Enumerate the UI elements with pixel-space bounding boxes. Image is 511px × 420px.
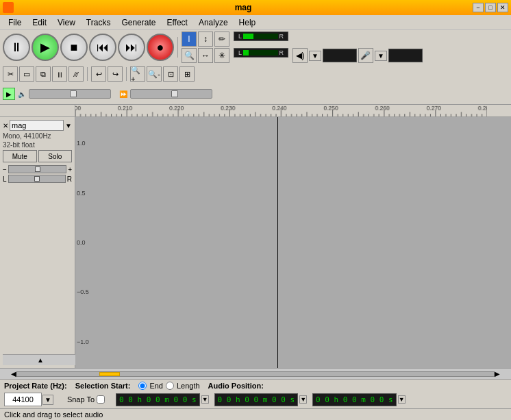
time-position-box: 0 0 h 0 0 m 0 0 s (312, 393, 397, 406)
menu-help[interactable]: Help (234, 16, 262, 29)
toolbar-separator-1 (177, 37, 178, 58)
time-end-value: 0 0 h 0 0 m 0 0 s (218, 395, 295, 404)
trim-button[interactable]: ✂ (3, 66, 18, 82)
track-panel: ✕ mag ▼ Mono, 44100Hz 32-bit float Mute … (0, 117, 75, 368)
timeshift-tool-button[interactable]: ↔ (198, 48, 213, 63)
window-controls: − □ ✕ (473, 3, 508, 12)
zoom-tool-button[interactable]: 🔍 (182, 48, 197, 63)
menu-generate[interactable]: Generate (116, 16, 161, 29)
end-radio[interactable] (138, 382, 147, 390)
maximize-button[interactable]: □ (485, 3, 496, 12)
silence-button[interactable]: ▭ (19, 66, 34, 82)
bottom-row-2: ▼ Snap To 0 0 h 0 0 m 0 0 s ▼ 0 0 h 0 0 … (4, 393, 507, 406)
redo-button[interactable]: ↪ (108, 66, 123, 82)
pan-slider[interactable] (8, 175, 66, 183)
length-radio[interactable] (166, 382, 174, 390)
selection-start-group: Selection Start: (75, 382, 131, 390)
edit-sep-2 (126, 67, 127, 81)
rate-input[interactable] (4, 393, 42, 406)
split-button[interactable]: ⫼ (52, 66, 67, 82)
menu-edit[interactable]: Edit (27, 16, 52, 29)
volume-dropdown[interactable]: ▼ (309, 51, 321, 61)
time-position-display: 0 0 h 0 0 m 0 0 s ▼ (312, 393, 406, 406)
end-label: End (149, 382, 163, 390)
transport-row: ⏸ ▶ ■ ⏮ ⏭ ● I ↕ ✏ L R (3, 32, 508, 63)
envelope-tool-button[interactable]: ↕ (198, 32, 213, 47)
volume-icon: ◀) (292, 48, 308, 63)
zoom-fit-button[interactable]: ⊡ (163, 66, 178, 82)
scroll-track[interactable] (16, 371, 495, 377)
bottom-bar: Project Rate (Hz): Selection Start: End … (0, 379, 511, 408)
join-button[interactable]: ⫻ (68, 66, 84, 82)
project-rate-group: Project Rate (Hz): (4, 382, 67, 390)
lr-meter-left-label: L (238, 33, 242, 40)
gain-right-display (388, 49, 423, 62)
time-selection-display: 0 0 h 0 0 m 0 0 s ▼ (116, 393, 209, 406)
draw-tool-button[interactable]: ✏ (214, 32, 229, 47)
menu-view[interactable]: View (52, 16, 81, 29)
rate-input-group: ▼ (4, 393, 53, 406)
audio-position-label: Audio Position: (208, 382, 264, 390)
time-selection-dropdown[interactable]: ▼ (201, 395, 209, 404)
snap-to-checkbox[interactable] (97, 395, 105, 404)
app-icon (3, 2, 14, 13)
track-dropdown-arrow[interactable]: ▼ (65, 122, 72, 129)
time-selection-box: 0 0 h 0 0 m 0 0 s (116, 393, 200, 406)
snap-to-label: Snap To (67, 395, 95, 404)
gain-minus-label: − (3, 166, 7, 173)
lr-meter-right2-label: R (279, 49, 284, 56)
ruler-spacer (0, 105, 75, 116)
mute-button[interactable]: Mute (3, 150, 37, 162)
horizontal-scrollbar[interactable]: ◀ ▶ (0, 368, 511, 379)
menu-tracks[interactable]: Tracks (81, 16, 116, 29)
gain-left-display (323, 49, 357, 62)
scroll-left-arrow[interactable]: ◀ (11, 370, 16, 378)
volume-slider[interactable] (29, 89, 111, 99)
forward-button[interactable]: ⏭ (118, 34, 145, 61)
waveform-canvas (75, 117, 511, 368)
scroll-right-arrow[interactable]: ▶ (495, 370, 500, 378)
audio-position-group: Audio Position: (208, 382, 264, 390)
minimize-button[interactable]: − (473, 3, 484, 12)
track-name-row: ✕ mag ▼ (3, 120, 72, 131)
edit-toolbar: ✂ ▭ ⧉ ⫼ ⫻ ↩ ↪ 🔍+ 🔍- ⊡ ⊞ (3, 64, 508, 84)
record-button[interactable]: ● (147, 34, 174, 61)
track-info-bitdepth: 32-bit float (3, 141, 72, 149)
menu-analyze[interactable]: Analyze (193, 16, 234, 29)
track-close-button[interactable]: ✕ (3, 122, 8, 129)
pause-button[interactable]: ⏸ (3, 34, 30, 61)
track-gain-row: − + (3, 165, 72, 173)
bottom-row-1: Project Rate (Hz): Selection Start: End … (4, 382, 507, 390)
select-tool-button[interactable]: I (182, 32, 197, 47)
stop-button[interactable]: ■ (60, 34, 88, 61)
speed-slider[interactable] (130, 89, 212, 99)
status-bar: Click and drag to select audio (0, 408, 511, 420)
zoom-sel-button[interactable]: ⊞ (179, 66, 195, 82)
multi-tool-button[interactable]: ✳ (214, 48, 229, 63)
end-length-group: End Length (138, 382, 199, 390)
menu-file[interactable]: File (3, 16, 27, 29)
volume-speed-row: ▶ 🔈 ⏩ (3, 85, 508, 103)
lr-meter-right-label: R (279, 33, 284, 40)
mute-solo-row: Mute Solo (3, 150, 72, 162)
scroll-thumb[interactable] (99, 372, 120, 376)
duplicate-button[interactable]: ⧉ (36, 66, 51, 82)
track-name-display: mag (10, 120, 64, 131)
waveform-area[interactable]: 1.0 0.5 0.0 −0.5 −1.0 (75, 117, 511, 368)
rate-dropdown-button[interactable]: ▼ (42, 395, 53, 405)
menu-effect[interactable]: Effect (161, 16, 192, 29)
zoom-out-button[interactable]: 🔍- (147, 66, 162, 82)
time-position-dropdown[interactable]: ▼ (398, 395, 406, 404)
play-button[interactable]: ▶ (32, 34, 59, 61)
undo-button[interactable]: ↩ (91, 66, 106, 82)
mic-dropdown[interactable]: ▼ (375, 51, 387, 61)
gain-slider[interactable] (8, 165, 66, 173)
close-button[interactable]: ✕ (497, 3, 508, 12)
rewind-button[interactable]: ⏮ (89, 34, 116, 61)
solo-button[interactable]: Solo (38, 150, 73, 162)
main-area: ✕ mag ▼ Mono, 44100Hz 32-bit float Mute … (0, 117, 511, 368)
collapse-button[interactable]: ▲ (3, 354, 78, 365)
time-end-dropdown[interactable]: ▼ (299, 395, 307, 404)
zoom-in-button[interactable]: 🔍+ (130, 66, 145, 82)
track-pan-row: L R (3, 175, 72, 183)
